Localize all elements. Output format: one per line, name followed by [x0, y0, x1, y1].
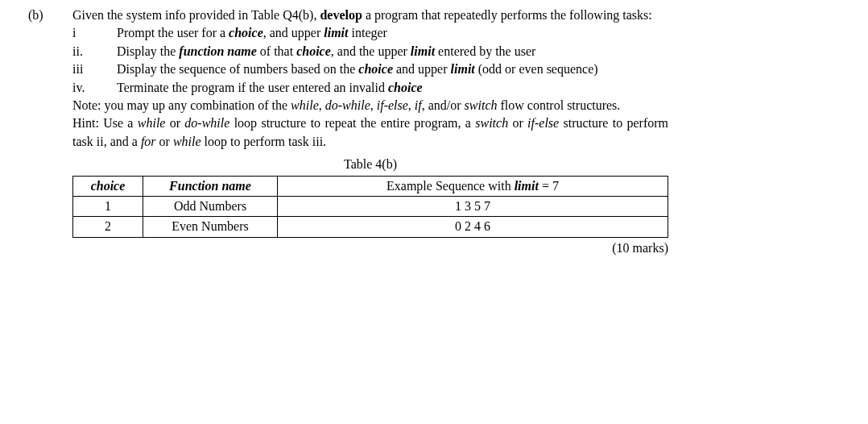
options-table: choice Function name Example Sequence wi…	[72, 176, 668, 238]
task-text: Display the sequence of numbers based on…	[117, 60, 668, 78]
table-cell: 1	[73, 196, 143, 216]
th-function-name: Function name	[169, 179, 251, 193]
kw-if: if	[415, 98, 422, 112]
kw-ifelse: if-else	[377, 98, 408, 112]
kw-choice: choice	[296, 44, 331, 58]
kw-dowhile: do-while	[184, 116, 229, 130]
kw-switch: switch	[475, 116, 508, 130]
table-cell: 2	[73, 217, 143, 237]
seg: ,	[319, 98, 325, 112]
kw-dowhile: do-while	[325, 98, 370, 112]
seg: Terminate the program if the user entere…	[117, 81, 388, 94]
seg: Note: you may up any combination of the	[72, 98, 291, 112]
kw-while: while	[173, 135, 201, 148]
seg: loop to perform task iii.	[201, 135, 327, 148]
seg: , and the upper	[331, 44, 411, 58]
kw-choice: choice	[229, 26, 263, 39]
seg: flow control structures.	[497, 98, 620, 112]
seg: , and upper	[263, 26, 324, 39]
task-item: i Prompt the user for a choice, and uppe…	[72, 24, 668, 42]
task-item: iv. Terminate the program if the user en…	[72, 79, 668, 97]
th-choice: choice	[91, 179, 126, 193]
kw-for: for	[141, 135, 156, 148]
hint-text: Hint: Use a while or do-while loop struc…	[72, 114, 668, 151]
seg: entered by the user	[435, 44, 535, 58]
seg: integer	[349, 26, 387, 39]
task-number: iii	[72, 60, 117, 78]
seg: (odd or even sequence)	[475, 62, 598, 76]
kw-limit: limit	[451, 62, 475, 76]
task-number: iv.	[72, 79, 117, 97]
intro-seg: Given the system info provided in Table …	[72, 8, 320, 22]
table-cell: Even Numbers	[143, 217, 278, 237]
table-cell: Odd Numbers	[143, 196, 278, 216]
seg: of that	[257, 44, 296, 58]
seg: ,	[370, 98, 377, 112]
question-content: Given the system info provided in Table …	[72, 6, 668, 257]
seg: Hint: Use a	[72, 116, 138, 130]
marks-label: (10 marks)	[72, 239, 668, 257]
kw-limit: limit	[324, 26, 348, 39]
seg: loop structure to repeat the entire prog…	[229, 116, 475, 130]
table-wrapper: Table 4(b) choice Function name Example …	[72, 156, 668, 238]
th-example-a: Example Sequence with	[386, 179, 515, 193]
kw-while: while	[138, 116, 166, 130]
seg: ,	[408, 98, 415, 112]
kw-function-name: function name	[179, 44, 256, 58]
kw-choice: choice	[358, 62, 393, 76]
table-header: Function name	[143, 176, 278, 196]
intro-seg: a program that repeatedly performs the f…	[362, 8, 652, 22]
task-number: i	[72, 24, 117, 42]
task-text: Terminate the program if the user entere…	[117, 79, 668, 97]
seg: Prompt the user for a	[117, 26, 229, 39]
table-header-row: choice Function name Example Sequence wi…	[73, 176, 668, 196]
seg: Display the sequence of numbers based on…	[117, 62, 358, 76]
seg: or	[508, 116, 527, 130]
kw-while: while	[291, 98, 319, 112]
task-list: i Prompt the user for a choice, and uppe…	[72, 24, 668, 97]
th-example-c: = 7	[539, 179, 559, 193]
table-cell: 1 3 5 7	[278, 196, 668, 216]
note-text: Note: you may up any combination of the …	[72, 97, 668, 114]
seg: or	[156, 135, 173, 148]
seg: and upper	[393, 62, 451, 76]
intro-text: Given the system info provided in Table …	[72, 6, 668, 24]
task-text: Display the function name of that choice…	[117, 43, 668, 60]
task-text: Prompt the user for a choice, and upper …	[117, 24, 668, 42]
table-cell: 0 2 4 6	[278, 217, 668, 237]
task-item: iii Display the sequence of numbers base…	[72, 60, 668, 78]
kw-ifelse: if-else	[527, 116, 559, 130]
table-header: Example Sequence with limit = 7	[278, 176, 668, 196]
table-header: choice	[73, 176, 143, 196]
kw-limit: limit	[411, 44, 435, 58]
table-row: 1 Odd Numbers 1 3 5 7	[73, 196, 668, 216]
seg: Display the	[117, 44, 179, 58]
task-item: ii. Display the function name of that ch…	[72, 43, 668, 60]
kw-choice: choice	[388, 81, 423, 94]
table-row: 2 Even Numbers 0 2 4 6	[73, 217, 668, 237]
kw-switch: switch	[465, 98, 498, 112]
seg: , and/or	[422, 98, 465, 112]
task-number: ii.	[72, 43, 117, 60]
seg: or	[165, 116, 184, 130]
part-label: (b)	[24, 6, 72, 24]
intro-develop: develop	[320, 8, 362, 22]
th-limit: limit	[515, 179, 539, 193]
table-caption: Table 4(b)	[72, 156, 668, 173]
